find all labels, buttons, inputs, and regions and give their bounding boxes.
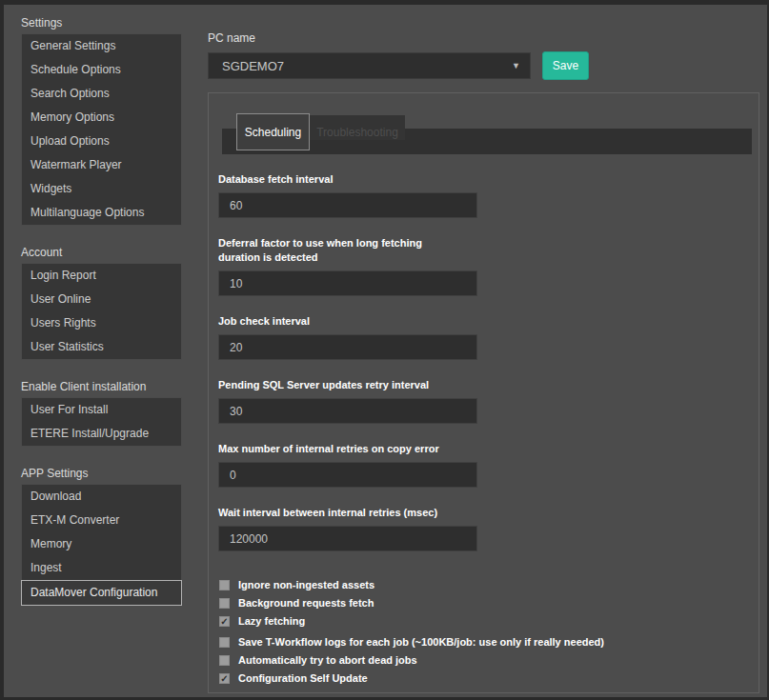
check-label: Save T-Workflow logs for each job (~100K… bbox=[238, 636, 604, 649]
sidebar-item-search-options[interactable]: Search Options bbox=[22, 82, 181, 106]
check-label: Ignore non-ingested assets bbox=[238, 579, 374, 591]
pc-name-label: PC name bbox=[208, 31, 767, 45]
sidebar-group-app-settings: Download ETX-M Converter Memory Ingest D… bbox=[21, 484, 182, 606]
sidebar-item-ingest[interactable]: Ingest bbox=[22, 556, 181, 580]
pc-name-row: SGDEMO7 ▼ Save bbox=[208, 51, 767, 80]
checkrow-background-requests: Background requests fetch bbox=[219, 597, 759, 610]
sidebar-item-widgets[interactable]: Widgets bbox=[22, 177, 181, 201]
field-label: Deferral factor to use when long fetchin… bbox=[218, 236, 461, 265]
pc-name-selected-value: SGDEMO7 bbox=[222, 59, 512, 73]
settings-window: Settings General Settings Schedule Optio… bbox=[0, 0, 769, 700]
sidebar-item-user-for-install[interactable]: User For Install bbox=[22, 398, 181, 422]
field-deferral-factor: Deferral factor to use when long fetchin… bbox=[218, 236, 759, 296]
sidebar-item-etx-m-converter[interactable]: ETX-M Converter bbox=[22, 509, 181, 532]
sidebar-header-app-settings: APP Settings bbox=[21, 468, 182, 480]
sidebar-item-multilanguage-options[interactable]: Multilanguage Options bbox=[22, 201, 181, 225]
sidebar-item-upload-options[interactable]: Upload Options bbox=[22, 130, 181, 153]
save-button[interactable]: Save bbox=[542, 51, 589, 80]
sidebar-group-settings: General Settings Schedule Options Search… bbox=[21, 33, 182, 226]
sidebar-item-user-online[interactable]: User Online bbox=[22, 288, 181, 311]
tab-scheduling[interactable]: Scheduling bbox=[236, 113, 310, 150]
wait-interval-retries-input[interactable] bbox=[218, 526, 477, 551]
sidebar: Settings General Settings Schedule Optio… bbox=[4, 5, 182, 697]
settings-panel: Troubleshooting Scheduling Database fetc… bbox=[208, 92, 759, 693]
ignore-non-ingested-checkbox[interactable] bbox=[219, 580, 230, 590]
checkbox-group: Ignore non-ingested assets Background re… bbox=[209, 570, 759, 685]
main-content: PC name SGDEMO7 ▼ Save Troubleshooting S… bbox=[182, 5, 767, 697]
field-database-fetch-interval: Database fetch interval bbox=[218, 172, 759, 218]
sidebar-item-datamover-configuration[interactable]: DataMover Configuration bbox=[21, 580, 182, 606]
sidebar-item-etere-install-upgrade[interactable]: ETERE Install/Upgrade bbox=[22, 422, 181, 446]
sidebar-item-user-statistics[interactable]: User Statistics bbox=[22, 335, 181, 359]
deferral-factor-input[interactable] bbox=[218, 270, 477, 296]
sidebar-group-client-installation: User For Install ETERE Install/Upgrade bbox=[21, 397, 182, 447]
sidebar-header-client-installation: Enable Client installation bbox=[21, 381, 182, 393]
checkrow-save-tworkflow-logs: Save T-Workflow logs for each job (~100K… bbox=[219, 636, 759, 649]
tab-bar: Troubleshooting Scheduling bbox=[209, 93, 759, 156]
sidebar-item-login-report[interactable]: Login Report bbox=[22, 264, 181, 288]
checkrow-lazy-fetching: ✓ Lazy fetching bbox=[219, 615, 759, 628]
tab-troubleshooting[interactable]: Troubleshooting bbox=[310, 115, 405, 140]
field-label: Pending SQL Server updates retry interva… bbox=[218, 378, 461, 392]
job-check-interval-input[interactable] bbox=[218, 334, 477, 360]
pc-name-select[interactable]: SGDEMO7 ▼ bbox=[208, 52, 531, 79]
check-label: Lazy fetching bbox=[238, 615, 305, 628]
field-label: Job check interval bbox=[218, 314, 461, 329]
field-job-check-interval: Job check interval bbox=[218, 314, 759, 360]
save-tworkflow-logs-checkbox[interactable] bbox=[219, 637, 230, 648]
chevron-down-icon: ▼ bbox=[512, 61, 520, 70]
sidebar-group-account: Login Report User Online Users Rights Us… bbox=[21, 263, 182, 360]
field-max-internal-retries: Max number of internal retries on copy e… bbox=[218, 442, 759, 488]
field-label: Max number of internal retries on copy e… bbox=[218, 442, 461, 456]
sidebar-item-users-rights[interactable]: Users Rights bbox=[22, 311, 181, 335]
pending-sql-retry-interval-input[interactable] bbox=[218, 398, 477, 424]
checkrow-abort-dead-jobs: Automatically try to abort dead jobs bbox=[219, 654, 759, 667]
field-pending-sql-retry-interval: Pending SQL Server updates retry interva… bbox=[218, 378, 759, 424]
sidebar-item-memory[interactable]: Memory bbox=[22, 532, 181, 556]
sidebar-item-watermark-player[interactable]: Watermark Player bbox=[22, 153, 181, 177]
sidebar-item-memory-options[interactable]: Memory Options bbox=[22, 106, 181, 130]
check-label: Automatically try to abort dead jobs bbox=[238, 654, 417, 667]
configuration-self-update-checkbox[interactable]: ✓ bbox=[219, 673, 230, 684]
sidebar-header-account: Account bbox=[21, 247, 182, 259]
checkrow-ignore-non-ingested: Ignore non-ingested assets bbox=[219, 579, 759, 591]
sidebar-item-schedule-options[interactable]: Schedule Options bbox=[22, 58, 181, 82]
check-label: Background requests fetch bbox=[238, 597, 374, 610]
max-internal-retries-input[interactable] bbox=[218, 462, 477, 488]
sidebar-item-download[interactable]: Download bbox=[22, 485, 181, 509]
background-requests-checkbox[interactable] bbox=[219, 598, 230, 609]
field-label: Wait interval between internal retries (… bbox=[218, 506, 461, 520]
lazy-fetching-checkbox[interactable]: ✓ bbox=[219, 616, 230, 627]
scheduling-form: Database fetch interval Deferral factor … bbox=[209, 156, 759, 551]
field-wait-interval-retries: Wait interval between internal retries (… bbox=[218, 506, 759, 551]
database-fetch-interval-input[interactable] bbox=[218, 192, 477, 218]
checkrow-configuration-self-update: ✓ Configuration Self Update bbox=[219, 672, 759, 685]
check-label: Configuration Self Update bbox=[238, 672, 368, 685]
field-label: Database fetch interval bbox=[218, 172, 461, 187]
sidebar-item-general-settings[interactable]: General Settings bbox=[22, 34, 181, 58]
sidebar-header-settings: Settings bbox=[21, 17, 182, 30]
abort-dead-jobs-checkbox[interactable] bbox=[219, 655, 230, 666]
